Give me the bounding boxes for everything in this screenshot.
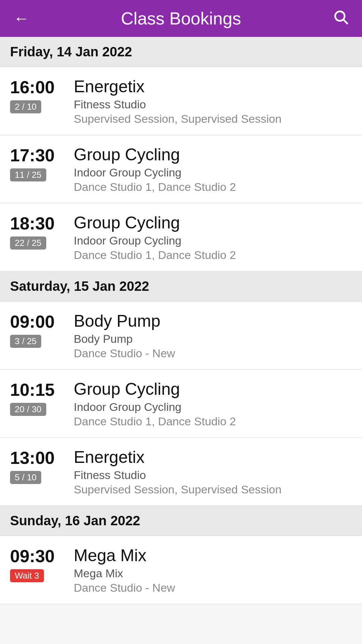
capacity-badge: 11 / 25 (10, 168, 46, 181)
capacity-badge: 2 / 10 (10, 100, 41, 113)
search-icon[interactable] (333, 9, 349, 29)
capacity-badge: 5 / 10 (10, 471, 41, 484)
capacity-badge: 20 / 30 (10, 403, 46, 416)
class-location: Dance Studio - New (74, 581, 352, 594)
class-location: Supervised Session, Supervised Session (74, 112, 352, 125)
capacity-badge: 22 / 25 (10, 236, 46, 250)
class-type: Indoor Group Cycling (74, 234, 352, 247)
day-header-1: Saturday, 15 Jan 2022 (0, 271, 362, 302)
class-name: Energetix (74, 76, 352, 97)
class-name: Mega Mix (74, 545, 352, 566)
page-title: Class Bookings (121, 8, 241, 29)
class-time: 09:00 (10, 312, 55, 331)
class-name: Group Cycling (74, 145, 352, 165)
class-type: Indoor Group Cycling (74, 166, 352, 179)
time-column: 09:30Wait 3 (10, 547, 64, 582)
schedule-container: Friday, 14 Jan 202216:002 / 10EnergetixF… (0, 37, 362, 604)
class-type: Fitness Studio (74, 469, 352, 482)
class-name: Group Cycling (74, 379, 352, 399)
class-info: EnergetixFitness StudioSupervised Sessio… (74, 447, 352, 496)
svg-line-1 (344, 20, 347, 23)
class-time: 18:30 (10, 214, 55, 233)
capacity-badge: 3 / 25 (10, 335, 41, 348)
class-time: 09:30 (10, 547, 55, 566)
time-column: 09:003 / 25 (10, 312, 64, 348)
class-time: 17:30 (10, 146, 55, 165)
class-info: Group CyclingIndoor Group CyclingDance S… (74, 213, 352, 262)
back-icon[interactable]: ← (13, 10, 29, 26)
class-info: Group CyclingIndoor Group CyclingDance S… (74, 145, 352, 194)
capacity-badge: Wait 3 (10, 569, 44, 582)
class-name: Group Cycling (74, 213, 352, 233)
class-location: Dance Studio 1, Dance Studio 2 (74, 415, 352, 428)
class-location: Dance Studio 1, Dance Studio 2 (74, 249, 352, 262)
class-item[interactable]: 10:1520 / 30Group CyclingIndoor Group Cy… (0, 370, 362, 438)
class-type: Body Pump (74, 332, 352, 345)
class-name: Body Pump (74, 311, 352, 331)
class-item[interactable]: 17:3011 / 25Group CyclingIndoor Group Cy… (0, 135, 362, 203)
class-info: Mega MixMega MixDance Studio - New (74, 545, 352, 594)
class-location: Dance Studio - New (74, 347, 352, 360)
class-info: EnergetixFitness StudioSupervised Sessio… (74, 76, 352, 125)
class-item[interactable]: 13:005 / 10EnergetixFitness StudioSuperv… (0, 438, 362, 506)
class-time: 13:00 (10, 448, 55, 468)
class-name: Energetix (74, 447, 352, 467)
class-info: Body PumpBody PumpDance Studio - New (74, 311, 352, 360)
time-column: 10:1520 / 30 (10, 380, 64, 416)
time-column: 18:3022 / 25 (10, 214, 64, 250)
class-item[interactable]: 18:3022 / 25Group CyclingIndoor Group Cy… (0, 203, 362, 271)
time-column: 16:002 / 10 (10, 78, 64, 113)
time-column: 17:3011 / 25 (10, 146, 64, 181)
time-column: 13:005 / 10 (10, 448, 64, 484)
class-item[interactable]: 16:002 / 10EnergetixFitness StudioSuperv… (0, 67, 362, 135)
class-type: Mega Mix (74, 567, 352, 580)
class-type: Indoor Group Cycling (74, 400, 352, 414)
day-header-0: Friday, 14 Jan 2022 (0, 37, 362, 67)
class-location: Dance Studio 1, Dance Studio 2 (74, 180, 352, 194)
class-item[interactable]: 09:003 / 25Body PumpBody PumpDance Studi… (0, 302, 362, 370)
day-header-2: Sunday, 16 Jan 2022 (0, 506, 362, 536)
class-info: Group CyclingIndoor Group CyclingDance S… (74, 379, 352, 428)
class-time: 10:15 (10, 380, 55, 399)
app-header: ← Class Bookings (0, 0, 362, 37)
class-type: Fitness Studio (74, 98, 352, 111)
class-item[interactable]: 09:30Wait 3Mega MixMega MixDance Studio … (0, 536, 362, 604)
class-location: Supervised Session, Supervised Session (74, 483, 352, 496)
class-time: 16:00 (10, 78, 55, 97)
